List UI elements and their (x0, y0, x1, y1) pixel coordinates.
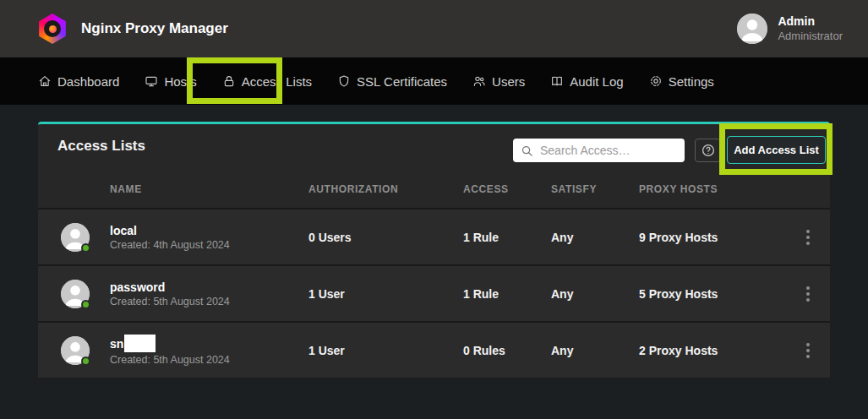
card-header: Access Lists Add Access List (38, 124, 830, 170)
access-list-name: sn (110, 337, 123, 351)
table-header: NAME AUTHORIZATION ACCESS SATISFY PROXY … (38, 170, 830, 208)
table-row[interactable]: password Created: 5th August 2024 1 User… (38, 264, 830, 321)
nav-item-settings[interactable]: Settings (649, 74, 714, 89)
column-header-satisfy: SATISFY (551, 183, 639, 195)
nav-item-label: Settings (669, 74, 714, 89)
page-title: Access Lists (57, 138, 145, 155)
help-button[interactable] (695, 139, 721, 162)
name-cell: sn Created: 5th August 2024 (110, 335, 308, 366)
satisfy-cell: Any (551, 287, 639, 301)
status-dot (81, 300, 90, 309)
access-list-avatar (61, 336, 90, 365)
nav-item-dashboard[interactable]: Dashboard (38, 74, 119, 89)
access-cell: 0 Rules (463, 344, 551, 357)
users-icon (472, 74, 486, 88)
app-logo-core (49, 25, 57, 33)
proxy-hosts-cell: 2 Proxy Hosts (639, 344, 801, 357)
app-title: Nginx Proxy Manager (81, 20, 228, 37)
app-header: Nginx Proxy Manager Admin Administrator (0, 0, 868, 57)
nav-item-access-lists[interactable]: Access Lists (222, 74, 312, 89)
column-header-proxy-hosts: PROXY HOSTS (639, 183, 801, 195)
user-name: Admin (778, 14, 843, 30)
proxy-hosts-cell: 5 Proxy Hosts (639, 287, 801, 301)
search-icon (521, 144, 533, 157)
monitor-icon (145, 74, 158, 88)
home-icon (38, 74, 52, 88)
nav-item-ssl-certificates[interactable]: SSL Certificates (337, 74, 447, 89)
authorization-cell: 1 User (308, 287, 463, 301)
redaction-box (124, 335, 156, 352)
created-date: Created: 5th August 2024 (110, 296, 308, 307)
nav-item-label: Dashboard (57, 74, 119, 89)
authorization-cell: 1 User (308, 344, 463, 357)
nav-item-hosts[interactable]: Hosts (145, 74, 196, 89)
search-box (513, 139, 685, 162)
proxy-hosts-cell: 9 Proxy Hosts (639, 231, 801, 244)
satisfy-cell: Any (551, 231, 639, 244)
nav-item-label: Audit Log (570, 74, 623, 89)
satisfy-cell: Any (551, 344, 639, 357)
user-avatar (737, 14, 767, 44)
status-dot (81, 356, 90, 366)
row-menu-kebab-icon[interactable] (801, 286, 815, 302)
app-logo-ring (44, 20, 61, 37)
search-input[interactable] (540, 144, 677, 157)
nav-item-users[interactable]: Users (472, 74, 525, 89)
column-header-name: NAME (110, 183, 308, 195)
access-list-avatar (61, 223, 90, 252)
name-cell: password Created: 5th August 2024 (110, 280, 308, 307)
lock-icon (222, 74, 236, 88)
user-menu[interactable]: Admin Administrator (737, 14, 843, 44)
gear-icon (649, 74, 663, 88)
add-access-list-button[interactable]: Add Access List (727, 136, 826, 164)
status-dot (81, 243, 90, 253)
shield-icon (337, 74, 351, 88)
nav-item-label: SSL Certificates (357, 74, 447, 89)
main-nav: Dashboard Hosts Access Lists SSL Certifi… (0, 57, 868, 105)
access-list-name: password (110, 280, 308, 294)
access-list-name: local (110, 224, 308, 237)
table-row[interactable]: sn Created: 5th August 2024 1 User 0 Rul… (38, 321, 830, 378)
question-mark-circle-icon (701, 143, 716, 158)
app-logo (37, 14, 68, 44)
access-lists-card: Access Lists Add Access List NAME AUTHOR… (38, 122, 830, 378)
nav-item-label: Hosts (164, 74, 196, 89)
access-cell: 1 Rule (463, 231, 551, 244)
authorization-cell: 0 Users (308, 231, 463, 244)
user-role: Administrator (778, 30, 843, 43)
name-cell: local Created: 4th August 2024 (110, 224, 308, 251)
table-row[interactable]: local Created: 4th August 2024 0 Users 1… (38, 208, 830, 264)
column-header-authorization: AUTHORIZATION (308, 183, 463, 195)
created-date: Created: 4th August 2024 (110, 239, 308, 251)
nav-item-label: Users (492, 74, 525, 89)
column-header-access: ACCESS (463, 183, 551, 195)
access-list-avatar (61, 280, 90, 308)
created-date: Created: 5th August 2024 (110, 354, 308, 366)
row-menu-kebab-icon[interactable] (801, 343, 815, 358)
access-cell: 1 Rule (463, 287, 551, 301)
nav-item-label: Access Lists (242, 74, 312, 89)
nav-item-audit-log[interactable]: Audit Log (550, 74, 623, 89)
row-menu-kebab-icon[interactable] (801, 230, 815, 245)
content-area: Access Lists Add Access List NAME AUTHOR… (0, 105, 868, 419)
book-icon (550, 74, 564, 88)
